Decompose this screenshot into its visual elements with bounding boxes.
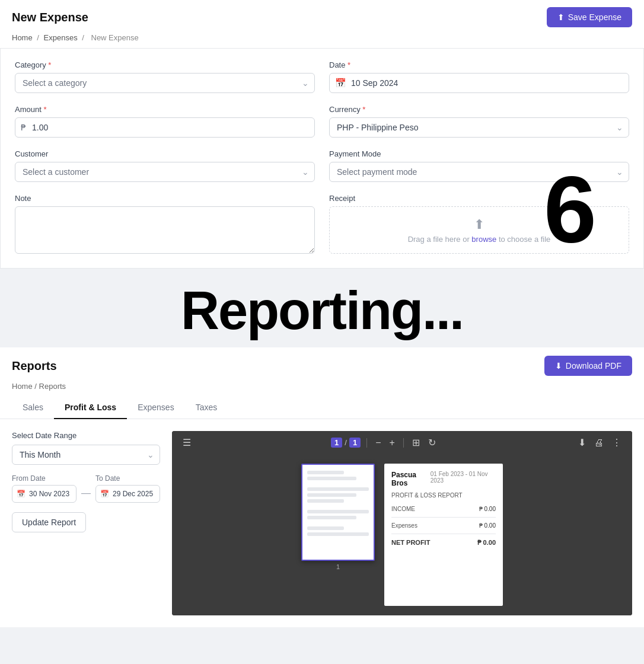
amount-wrap: ₱	[15, 117, 315, 138]
date-range-dropdown[interactable]: This Month Last Month This Year Custom	[12, 445, 160, 465]
pdf-net-profit-value: ₱ 0.00	[477, 539, 496, 547]
pdf-expenses-row: Expenses ₱ 0.00	[391, 522, 496, 529]
pdf-fit-button[interactable]: ⊞	[410, 436, 422, 449]
pdf-date-range-display: 01 Feb 2023 - 01 Nov 2023	[431, 471, 496, 487]
reporting-banner: Reporting...	[0, 269, 644, 347]
download-icon: ⬇	[555, 361, 562, 371]
save-expense-button[interactable]: ⬆ Save Expense	[547, 7, 632, 27]
amount-label: Amount *	[15, 105, 315, 114]
to-date-field: To Date 📅	[95, 474, 160, 503]
pdf-income-label: INCOME	[391, 506, 415, 512]
pdf-zoom-out-button[interactable]: −	[373, 436, 383, 449]
breadcrumb-expenses[interactable]: Expenses	[44, 33, 78, 42]
customer-group: Customer Select a customer ⌄	[15, 149, 315, 182]
pdf-detail-view: Pascua Bros 01 Feb 2023 - 01 Nov 2023 PR…	[384, 464, 503, 606]
reports-tabs: Sales Profit & Loss Expenses Taxes	[0, 397, 644, 419]
pdf-company-name: Pascua Bros	[391, 471, 431, 487]
reports-sidebar: Select Date Range This Month Last Month …	[12, 431, 172, 532]
download-pdf-button[interactable]: ⬇ Download PDF	[544, 356, 632, 376]
breadcrumb-sep2: /	[82, 33, 86, 42]
date-group: Date * 📅	[329, 60, 629, 93]
reports-breadcrumb-home[interactable]: Home	[12, 382, 33, 391]
date-range-row: From Date 📅 — To Date 📅	[12, 474, 160, 503]
receipt-drag-text: Drag a file here or browse to choose a f…	[408, 235, 551, 244]
amount-group: Amount * ₱	[15, 105, 315, 138]
page-title: New Expense	[12, 11, 88, 24]
pdf-viewer: ☰ 1 / 1 − + ⊞ ↻ ⬇ 🖨	[172, 431, 632, 615]
from-date-field: From Date 📅	[12, 474, 76, 503]
pdf-rotate-button[interactable]: ↻	[426, 436, 438, 449]
pdf-more-button[interactable]: ⋮	[610, 436, 624, 449]
tab-expenses[interactable]: Expenses	[127, 397, 184, 419]
pdf-page-number-label: 1	[336, 561, 340, 572]
payment-mode-select[interactable]: Select payment mode	[329, 162, 629, 182]
reports-breadcrumb: Home / Reports	[0, 381, 644, 397]
upload-icon: ⬆	[474, 217, 484, 232]
pdf-total-pages: 1	[349, 438, 361, 448]
breadcrumb-home[interactable]: Home	[12, 33, 33, 42]
pdf-divider	[366, 438, 367, 448]
date-label: Date *	[329, 60, 629, 69]
reports-breadcrumb-current: Reports	[39, 382, 66, 391]
download-pdf-label: Download PDF	[566, 361, 621, 371]
pdf-net-profit-label: NET PROFIT	[391, 539, 430, 547]
pdf-net-profit-row: NET PROFIT ₱ 0.00	[391, 539, 496, 547]
pdf-download-button[interactable]: ⬇	[576, 436, 588, 449]
breadcrumb-current: New Expense	[91, 33, 139, 42]
category-select[interactable]: Select a category	[15, 73, 315, 93]
breadcrumb-sep1: /	[37, 33, 41, 42]
pdf-page-info: 1 / 1	[331, 438, 361, 448]
currency-symbol: ₱	[21, 123, 26, 132]
tab-profit-loss[interactable]: Profit & Loss	[54, 397, 127, 419]
calendar-icon: 📅	[335, 78, 346, 88]
payment-mode-group: Payment Mode Select payment mode ⌄	[329, 149, 629, 182]
date-input[interactable]	[329, 73, 629, 93]
note-textarea[interactable]	[15, 206, 315, 254]
date-input-wrap: 📅	[329, 73, 629, 93]
note-label: Note	[15, 194, 315, 203]
note-group: Note	[15, 194, 315, 254]
receipt-label: Receipt	[329, 194, 629, 203]
category-select-wrap: Select a category ⌄	[15, 73, 315, 93]
amount-input[interactable]	[15, 117, 315, 138]
currency-group: Currency * PHP - Philippine Peso ⌄	[329, 105, 629, 138]
currency-select[interactable]: PHP - Philippine Peso	[329, 117, 629, 138]
pdf-divider	[391, 534, 496, 534]
date-separator: —	[81, 488, 91, 499]
save-expense-label: Save Expense	[568, 12, 621, 22]
pdf-content: 1 Pascua Bros 01 Feb 2023 - 01 Nov 2023 …	[172, 454, 632, 615]
date-range-label: Select Date Range	[12, 431, 160, 440]
category-label: Category *	[15, 60, 315, 69]
pdf-income-row: INCOME ₱ 0.00	[391, 506, 496, 512]
receipt-browse-link[interactable]: browse	[471, 235, 496, 244]
payment-mode-label: Payment Mode	[329, 149, 629, 158]
pdf-print-button[interactable]: 🖨	[592, 436, 606, 449]
pdf-expenses-value: ₱ 0.00	[479, 522, 496, 529]
pdf-report-subtitle: PROFIT & LOSS REPORT	[391, 492, 496, 499]
date-range-select: This Month Last Month This Year Custom ⌄	[12, 445, 160, 465]
tab-taxes[interactable]: Taxes	[185, 397, 228, 419]
pdf-income-value: ₱ 0.00	[479, 506, 496, 512]
calendar-icon: 📅	[100, 490, 109, 498]
update-report-button[interactable]: Update Report	[12, 512, 86, 532]
customer-label: Customer	[15, 149, 315, 158]
pdf-zoom-in-button[interactable]: +	[387, 436, 397, 449]
save-icon: ⬆	[557, 12, 565, 22]
pdf-divider	[391, 517, 496, 518]
pdf-expenses-label: Expenses	[391, 522, 417, 529]
receipt-group: Receipt ⬆ Drag a file here or browse to …	[329, 194, 629, 254]
pdf-toolbar: ☰ 1 / 1 − + ⊞ ↻ ⬇ 🖨	[172, 431, 632, 454]
currency-select-wrap: PHP - Philippine Peso ⌄	[329, 117, 629, 138]
receipt-dropzone[interactable]: ⬆ Drag a file here or browse to choose a…	[329, 206, 629, 254]
currency-label: Currency *	[329, 105, 629, 114]
calendar-icon: 📅	[17, 490, 25, 498]
customer-select-wrap: Select a customer ⌄	[15, 162, 315, 182]
from-date-label: From Date	[12, 474, 76, 483]
pdf-current-page: 1	[331, 438, 342, 448]
category-group: Category * Select a category ⌄	[15, 60, 315, 93]
tab-sales[interactable]: Sales	[12, 397, 54, 419]
pdf-menu-button[interactable]: ☰	[180, 436, 193, 449]
payment-mode-select-wrap: Select payment mode ⌄	[329, 162, 629, 182]
customer-select[interactable]: Select a customer	[15, 162, 315, 182]
pdf-page-thumbnail[interactable]	[301, 464, 375, 561]
